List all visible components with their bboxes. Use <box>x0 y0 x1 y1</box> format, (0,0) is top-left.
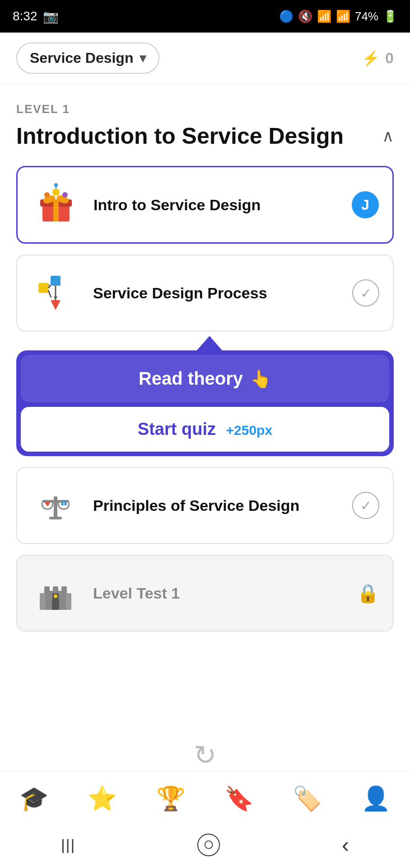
nav-item-achievements[interactable]: ⭐ <box>79 780 126 817</box>
lock-icon: 🔒 <box>357 583 379 604</box>
svg-point-8 <box>44 192 50 198</box>
section-title: Introduction to Service Design <box>16 123 373 150</box>
svg-point-5 <box>52 189 60 196</box>
lesson-title-principles: Principles of Service Design <box>93 497 352 514</box>
svg-marker-17 <box>54 297 57 300</box>
section-header: Introduction to Service Design ∧ <box>16 123 394 150</box>
chevron-down-icon: ▾ <box>140 51 146 66</box>
svg-point-23 <box>63 500 65 503</box>
popup-box: Read theory 👆 Start quiz +250px <box>16 350 394 456</box>
svg-point-30 <box>54 594 57 598</box>
svg-rect-18 <box>54 496 57 519</box>
header-score: ⚡ 0 <box>362 49 394 67</box>
status-time: 8:32 📷 <box>13 9 59 24</box>
nav-item-tags[interactable]: 🏷️ <box>284 780 331 817</box>
lesson-icon-leveltest <box>31 568 80 618</box>
lesson-icon-intro <box>31 180 81 230</box>
android-menu-button[interactable]: ||| <box>61 836 76 854</box>
android-back-button[interactable]: ‹ <box>342 832 349 857</box>
collapse-button[interactable]: ∧ <box>382 127 394 146</box>
nav-item-saved[interactable]: 🔖 <box>215 780 263 817</box>
badge-label: J <box>361 197 369 213</box>
status-bar: 8:32 📷 🔵 🔇 📶 📶 74% 🔋 <box>0 0 410 33</box>
lesson-title-intro: Intro to Service Design <box>93 196 352 214</box>
battery-label: 74% <box>355 9 378 24</box>
level-label: LEVEL 1 <box>16 102 394 116</box>
achievements-icon: ⭐ <box>88 785 117 812</box>
status-icons: 🔵 🔇 📶 📶 74% 🔋 <box>279 9 397 24</box>
check-icon-process: ✓ <box>352 279 379 307</box>
score-value: 0 <box>385 49 394 67</box>
svg-point-9 <box>62 192 68 198</box>
svg-line-15 <box>48 290 51 297</box>
read-theory-label: Read theory <box>139 368 243 389</box>
popup-arrow <box>197 336 222 350</box>
quiz-points-label: +250px <box>226 423 273 438</box>
svg-rect-2 <box>53 199 59 222</box>
main-content: LEVEL 1 Introduction to Service Design ∧ <box>0 84 410 722</box>
lesson-card-process[interactable]: Service Design Process ✓ <box>16 255 394 331</box>
android-home-button[interactable]: ○ <box>197 834 220 856</box>
cursor-icon: 👆 <box>250 369 271 389</box>
user-badge: J <box>352 191 379 218</box>
partial-icon-area: ↻ <box>0 730 410 771</box>
lightning-icon: ⚡ <box>362 50 380 67</box>
course-selector[interactable]: Service Design ▾ <box>16 42 159 74</box>
read-theory-button[interactable]: Read theory 👆 <box>21 355 389 402</box>
svg-marker-12 <box>51 300 61 310</box>
profile-icon: 👤 <box>361 785 391 812</box>
wifi-icon: 📶 <box>317 9 331 24</box>
svg-rect-27 <box>61 586 67 594</box>
home-icon: 🎓 <box>19 785 49 812</box>
bluetooth-icon: 🔵 <box>279 9 294 24</box>
svg-rect-10 <box>38 283 48 293</box>
svg-rect-31 <box>40 593 45 610</box>
lesson-icon-process <box>31 268 80 318</box>
saved-icon: 🔖 <box>224 785 254 812</box>
course-title: Service Design <box>30 50 133 66</box>
check-icon-principles: ✓ <box>352 492 379 519</box>
top-header: Service Design ▾ ⚡ 0 <box>0 33 410 84</box>
svg-rect-11 <box>51 276 61 286</box>
time-label: 8:32 <box>13 9 37 24</box>
start-quiz-button[interactable]: Start quiz +250px <box>21 407 389 452</box>
tags-icon: 🏷️ <box>293 785 322 812</box>
level-test-title: Level Test 1 <box>93 585 357 602</box>
level-test-card[interactable]: Level Test 1 🔒 <box>16 555 394 632</box>
lesson-icon-principles <box>31 481 80 530</box>
partial-icon: ↻ <box>194 739 216 771</box>
bottom-nav: 🎓 ⭐ 🏆 🔖 🏷️ 👤 <box>0 771 410 824</box>
leaderboard-icon: 🏆 <box>156 785 186 812</box>
nav-item-home[interactable]: 🎓 <box>10 780 58 817</box>
lesson-popup: Read theory 👆 Start quiz +250px <box>16 336 394 456</box>
battery-icon: 🔋 <box>383 9 397 24</box>
svg-point-21 <box>61 503 64 505</box>
svg-rect-19 <box>49 517 62 519</box>
svg-point-22 <box>64 503 67 505</box>
lesson-title-process: Service Design Process <box>93 284 352 302</box>
camera-icon: 📷 <box>43 9 59 24</box>
android-nav: ||| ○ ‹ <box>0 824 410 868</box>
svg-rect-32 <box>66 593 71 610</box>
start-quiz-label: Start quiz <box>138 420 216 439</box>
mute-icon: 🔇 <box>298 9 312 24</box>
bottom-area: ↻ 🎓 ⭐ 🏆 🔖 🏷️ 👤 ||| ○ ‹ <box>0 730 410 868</box>
svg-point-7 <box>54 183 58 187</box>
nav-item-profile[interactable]: 👤 <box>352 780 400 817</box>
lesson-card-principles[interactable]: Principles of Service Design ✓ <box>16 467 394 544</box>
signal-icon: 📶 <box>336 9 350 24</box>
lesson-card-intro[interactable]: Intro to Service Design J <box>16 166 394 244</box>
svg-rect-25 <box>44 586 50 594</box>
nav-item-leaderboard[interactable]: 🏆 <box>147 780 195 817</box>
